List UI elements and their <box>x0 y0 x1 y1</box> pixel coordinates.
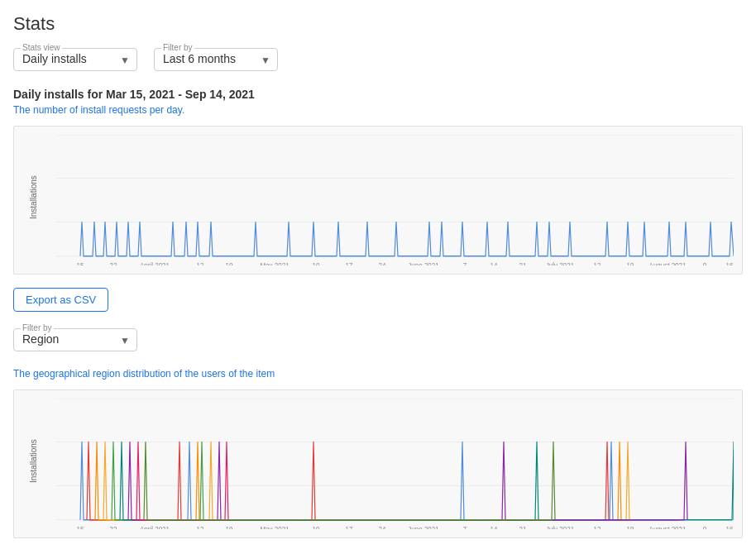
chart2-y-label: Installations <box>29 445 38 483</box>
controls-row: Stats view Daily installs Weekly install… <box>13 48 743 71</box>
svg-text:May 2021: May 2021 <box>260 525 289 529</box>
region-section: Filter by Region Country ▼ The geographi… <box>13 328 743 538</box>
svg-text:19: 19 <box>627 525 634 529</box>
svg-text:August 2021: August 2021 <box>649 261 687 265</box>
svg-text:April 2021: April 2021 <box>140 525 170 529</box>
svg-text:16: 16 <box>726 525 734 529</box>
chart1-container: Installations 3 2 1 0 15 22 April 2021 1… <box>13 126 743 275</box>
region-controls-row: Filter by Region Country ▼ <box>13 328 743 351</box>
chart1-heading: Daily installs for Mar 15, 2021 - Sep 14… <box>13 88 743 101</box>
chart2-subtext: The geographical region distribution of … <box>13 368 743 380</box>
chart1-y-label: Installations <box>29 181 38 219</box>
svg-text:19: 19 <box>627 261 634 265</box>
svg-text:10: 10 <box>313 525 320 529</box>
svg-text:August 2021: August 2021 <box>649 525 687 529</box>
svg-text:9: 9 <box>703 525 707 529</box>
region-select[interactable]: Region Country <box>22 332 128 346</box>
svg-text:7: 7 <box>463 261 467 265</box>
filter-by-select[interactable]: Last 6 months Last 3 months Last month <box>163 52 269 65</box>
svg-text:April 2021: April 2021 <box>140 261 170 265</box>
svg-text:14: 14 <box>490 261 498 265</box>
export-csv-button[interactable]: Export as CSV <box>13 288 108 312</box>
page-title: Stats <box>13 13 743 35</box>
svg-text:June 2021: June 2021 <box>408 525 439 529</box>
stats-view-select[interactable]: Daily installs Weekly installs Monthly i… <box>22 52 128 65</box>
filter-by-label: Filter by <box>161 43 194 52</box>
svg-text:19: 19 <box>226 525 233 529</box>
chart2-svg: 1.5 1.0 0.5 0.0 15 22 <box>55 399 734 529</box>
svg-text:May 2021: May 2021 <box>260 261 289 265</box>
svg-text:15: 15 <box>77 525 84 529</box>
svg-text:July 2021: July 2021 <box>546 261 574 265</box>
svg-text:12: 12 <box>197 525 204 529</box>
stats-view-dropdown[interactable]: Stats view Daily installs Weekly install… <box>13 48 137 71</box>
svg-text:21: 21 <box>519 525 527 529</box>
chart1-subtext: The number of install requests per day. <box>13 104 743 116</box>
svg-text:16: 16 <box>726 261 734 265</box>
svg-text:7: 7 <box>463 525 467 529</box>
svg-text:12: 12 <box>594 525 601 529</box>
svg-text:17: 17 <box>346 525 353 529</box>
svg-text:10: 10 <box>313 261 320 265</box>
svg-text:17: 17 <box>346 261 353 265</box>
svg-text:22: 22 <box>110 261 117 265</box>
svg-text:12: 12 <box>594 261 601 265</box>
chart2-container: Installations 1.5 1.0 0.5 0.0 <box>13 389 743 538</box>
svg-text:19: 19 <box>226 261 233 265</box>
svg-text:24: 24 <box>379 525 386 529</box>
region-filter-label: Filter by <box>21 323 54 332</box>
svg-text:24: 24 <box>379 261 386 265</box>
chart1-svg: 3 2 1 0 15 22 April 2021 12 19 May 2021 … <box>55 135 734 265</box>
svg-text:22: 22 <box>110 525 117 529</box>
svg-text:July 2021: July 2021 <box>546 525 574 529</box>
stats-view-label: Stats view <box>21 43 62 52</box>
svg-text:9: 9 <box>703 261 707 265</box>
svg-text:14: 14 <box>490 525 498 529</box>
chart1-section: Daily installs for Mar 15, 2021 - Sep 14… <box>13 88 743 275</box>
svg-text:12: 12 <box>197 261 204 265</box>
region-dropdown[interactable]: Filter by Region Country ▼ <box>13 328 137 351</box>
filter-by-dropdown[interactable]: Filter by Last 6 months Last 3 months La… <box>154 48 278 71</box>
svg-text:21: 21 <box>519 261 527 265</box>
svg-text:June 2021: June 2021 <box>408 261 439 265</box>
svg-text:15: 15 <box>77 261 84 265</box>
